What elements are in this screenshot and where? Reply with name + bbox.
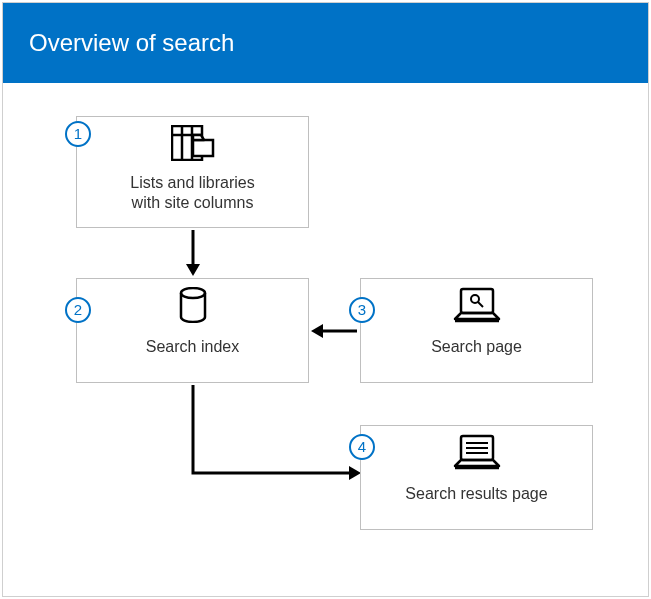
diagram-title: Overview of search: [29, 29, 234, 57]
box-search-page: Search page: [360, 278, 593, 383]
badge-3: 3: [349, 297, 375, 323]
arrow-down-1-to-2: [183, 228, 203, 278]
badge-4: 4: [349, 434, 375, 460]
svg-point-7: [181, 288, 205, 298]
box1-text-line1: Lists and libraries: [77, 173, 308, 193]
database-icon: [179, 287, 207, 327]
svg-marker-13: [311, 324, 323, 338]
badge-2: 2: [65, 297, 91, 323]
box-search-results-page: Search results page: [360, 425, 593, 530]
svg-line-11: [478, 302, 483, 307]
diagram-frame: Overview of search Lists and libraries w…: [2, 2, 649, 597]
box-lists-libraries: Lists and libraries with site columns: [76, 116, 309, 228]
svg-marker-6: [186, 264, 200, 276]
arrow-elbow-2-to-4: [183, 383, 363, 493]
diagram-header: Overview of search: [3, 3, 648, 83]
laptop-results-icon: [453, 434, 501, 476]
svg-rect-4: [193, 140, 213, 156]
svg-rect-8: [461, 289, 493, 313]
box-search-index: Search index: [76, 278, 309, 383]
laptop-search-icon: [453, 287, 501, 329]
badge-1: 1: [65, 121, 91, 147]
svg-point-10: [471, 295, 479, 303]
box1-text-line2: with site columns: [77, 193, 308, 213]
lists-libraries-icon: [171, 125, 215, 165]
box2-text: Search index: [77, 337, 308, 357]
box3-text: Search page: [361, 337, 592, 357]
arrow-left-3-to-2: [309, 321, 359, 341]
box4-text: Search results page: [361, 484, 592, 504]
